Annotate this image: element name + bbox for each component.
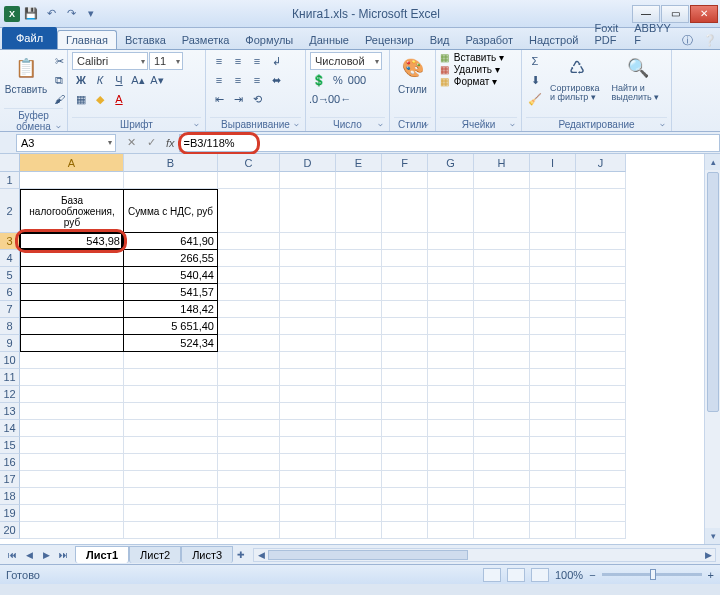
horizontal-scrollbar[interactable]: ◀ ▶ <box>253 548 716 562</box>
cell-E17[interactable] <box>336 471 382 488</box>
cell-D11[interactable] <box>280 369 336 386</box>
cell-C6[interactable] <box>218 284 280 301</box>
row-header-20[interactable]: 20 <box>0 522 20 539</box>
minimize-ribbon-icon[interactable]: ⓘ <box>679 31 697 49</box>
styles-button[interactable]: 🎨 Стили <box>394 52 431 97</box>
cell-D12[interactable] <box>280 386 336 403</box>
cell-C11[interactable] <box>218 369 280 386</box>
row-header-7[interactable]: 7 <box>0 301 20 318</box>
col-header-B[interactable]: B <box>124 154 218 172</box>
cell-E20[interactable] <box>336 522 382 539</box>
cell-D15[interactable] <box>280 437 336 454</box>
sheet-prev-icon[interactable]: ◀ <box>21 548 37 562</box>
cell-C14[interactable] <box>218 420 280 437</box>
cell-B13[interactable] <box>124 403 218 420</box>
cell-F4[interactable] <box>382 250 428 267</box>
cell-D20[interactable] <box>280 522 336 539</box>
col-header-D[interactable]: D <box>280 154 336 172</box>
insert-cells-button[interactable]: ▦ Вставить ▾ <box>440 52 504 63</box>
enter-formula-icon[interactable]: ✓ <box>142 134 160 152</box>
cell-F14[interactable] <box>382 420 428 437</box>
cell-A18[interactable] <box>20 488 124 505</box>
cell-G19[interactable] <box>428 505 474 522</box>
cell-J5[interactable] <box>576 267 626 284</box>
tab-addins[interactable]: Надстрой <box>521 31 586 49</box>
cell-H17[interactable] <box>474 471 530 488</box>
cell-A13[interactable] <box>20 403 124 420</box>
cell-C12[interactable] <box>218 386 280 403</box>
cell-F7[interactable] <box>382 301 428 318</box>
cell-A5[interactable] <box>20 267 124 284</box>
cell-J3[interactable] <box>576 233 626 250</box>
row-header-18[interactable]: 18 <box>0 488 20 505</box>
cell-F18[interactable] <box>382 488 428 505</box>
cell-H9[interactable] <box>474 335 530 352</box>
cell-I16[interactable] <box>530 454 576 471</box>
cell-J14[interactable] <box>576 420 626 437</box>
align-top-icon[interactable]: ≡ <box>210 52 228 70</box>
find-select-button[interactable]: 🔍 Найти и выделить ▾ <box>610 52 668 104</box>
cell-G15[interactable] <box>428 437 474 454</box>
cell-H13[interactable] <box>474 403 530 420</box>
fill-color-icon[interactable]: ◆ <box>91 90 109 108</box>
help-icon[interactable]: ❔ <box>701 31 719 49</box>
view-page-break-icon[interactable] <box>531 568 549 582</box>
row-header-8[interactable]: 8 <box>0 318 20 335</box>
cell-F15[interactable] <box>382 437 428 454</box>
cell-I14[interactable] <box>530 420 576 437</box>
row-header-12[interactable]: 12 <box>0 386 20 403</box>
new-sheet-icon[interactable]: ✚ <box>233 548 249 562</box>
format-cells-button[interactable]: ▦ Формат ▾ <box>440 76 497 87</box>
cell-E2[interactable] <box>336 189 382 233</box>
cell-F17[interactable] <box>382 471 428 488</box>
cell-C8[interactable] <box>218 318 280 335</box>
font-color-icon[interactable]: A <box>110 90 128 108</box>
cell-H1[interactable] <box>474 172 530 189</box>
cell-B3[interactable]: 641,90 <box>124 233 218 250</box>
cell-I2[interactable] <box>530 189 576 233</box>
tab-insert[interactable]: Вставка <box>117 31 174 49</box>
cell-B6[interactable]: 541,57 <box>124 284 218 301</box>
cell-A6[interactable] <box>20 284 124 301</box>
cell-B8[interactable]: 5 651,40 <box>124 318 218 335</box>
qat-dropdown-icon[interactable]: ▾ <box>82 5 100 23</box>
cell-J11[interactable] <box>576 369 626 386</box>
cell-B4[interactable]: 266,55 <box>124 250 218 267</box>
currency-icon[interactable]: 💲 <box>310 71 328 89</box>
cell-E8[interactable] <box>336 318 382 335</box>
fx-icon[interactable]: fx <box>166 137 175 149</box>
cell-C16[interactable] <box>218 454 280 471</box>
row-header-3[interactable]: 3 <box>0 233 20 250</box>
cells-area[interactable]: База налогообложения, рубСумма с НДС, ру… <box>20 172 626 539</box>
cell-G8[interactable] <box>428 318 474 335</box>
cell-G1[interactable] <box>428 172 474 189</box>
cell-E7[interactable] <box>336 301 382 318</box>
sort-filter-button[interactable]: ♺ Сортировка и фильтр ▾ <box>548 52 606 104</box>
indent-inc-icon[interactable]: ⇥ <box>229 90 247 108</box>
tab-layout[interactable]: Разметка <box>174 31 238 49</box>
tab-home[interactable]: Главная <box>57 30 117 49</box>
cell-J15[interactable] <box>576 437 626 454</box>
cell-J17[interactable] <box>576 471 626 488</box>
cell-H18[interactable] <box>474 488 530 505</box>
row-header-17[interactable]: 17 <box>0 471 20 488</box>
cell-B7[interactable]: 148,42 <box>124 301 218 318</box>
col-header-I[interactable]: I <box>530 154 576 172</box>
shrink-font-icon[interactable]: A▾ <box>148 71 166 89</box>
row-header-16[interactable]: 16 <box>0 454 20 471</box>
cell-D17[interactable] <box>280 471 336 488</box>
cell-E12[interactable] <box>336 386 382 403</box>
cell-H20[interactable] <box>474 522 530 539</box>
wrap-text-icon[interactable]: ↲ <box>267 52 285 70</box>
cell-C20[interactable] <box>218 522 280 539</box>
cell-B9[interactable]: 524,34 <box>124 335 218 352</box>
cell-C5[interactable] <box>218 267 280 284</box>
row-header-1[interactable]: 1 <box>0 172 20 189</box>
sheet-first-icon[interactable]: ⏮ <box>4 548 20 562</box>
cell-D2[interactable] <box>280 189 336 233</box>
cell-A1[interactable] <box>20 172 124 189</box>
cell-J12[interactable] <box>576 386 626 403</box>
sheet-next-icon[interactable]: ▶ <box>38 548 54 562</box>
cell-H10[interactable] <box>474 352 530 369</box>
cell-J20[interactable] <box>576 522 626 539</box>
